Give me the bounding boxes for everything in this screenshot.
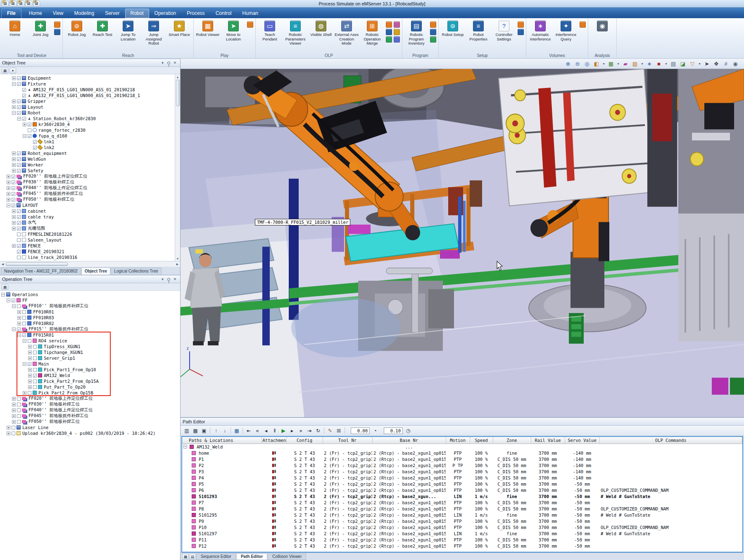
location-row[interactable]: homeS 2 T 432 (Fr) - tcp2_grip12 (Rtcp) … xyxy=(182,450,742,456)
tree-checkbox[interactable] xyxy=(17,233,21,236)
tab-human[interactable]: Human xyxy=(237,9,264,18)
tree-checkbox[interactable] xyxy=(17,397,21,401)
tab-file[interactable]: File xyxy=(1,8,21,18)
motion-cell[interactable]: PTP xyxy=(446,505,470,512)
tree-checkbox[interactable]: ✓ xyxy=(17,111,21,115)
tree-item[interactable]: +Pick_Part2_From_Op15B xyxy=(0,390,180,396)
expand-toggle[interactable]: + xyxy=(28,345,32,349)
tree-checkbox[interactable]: ✓ xyxy=(17,244,21,248)
tree-item[interactable]: −✓FF015'' 前地板抓件补焊工位 xyxy=(0,326,180,332)
tree-item[interactable]: +✓FF030'' 前地板补焊工位 xyxy=(0,179,175,185)
collision-cube-icon[interactable]: ■ xyxy=(654,59,663,68)
expand-toggle[interactable]: + xyxy=(7,175,10,178)
expand-toggle[interactable]: + xyxy=(12,397,16,401)
config-cell[interactable] xyxy=(286,444,323,450)
expand-toggle[interactable]: + xyxy=(12,215,16,219)
attachment-cell[interactable] xyxy=(261,505,286,512)
tree-checkbox[interactable]: ✓ xyxy=(12,192,15,196)
base-cell[interactable]: 2 (Rtcp) - base2_xgun1_op015 xyxy=(372,475,446,481)
base-cell[interactable]: 2 (Rtcp) - base2_xgun1_op015 xyxy=(372,450,446,456)
attachment-cell[interactable] xyxy=(261,536,286,543)
expand-toggle[interactable]: + xyxy=(7,192,10,196)
tree-checkbox[interactable] xyxy=(33,368,37,372)
tree-item[interactable]: +Tipchange_XGUN1 xyxy=(0,349,180,355)
ribbon-button-home[interactable]: ⌂Home xyxy=(2,19,28,52)
zone-cell[interactable]: C_DIS 50 mm xyxy=(493,524,531,530)
editor-grid-icon[interactable]: ▤ xyxy=(189,554,196,560)
tree-item[interactable]: FFMESLINE20181226 xyxy=(0,231,175,237)
location-name-cell[interactable]: P1 xyxy=(182,456,261,462)
tab-object-tree[interactable]: Object Tree xyxy=(81,268,110,275)
dropdown-icon[interactable]: ▾ xyxy=(697,59,702,68)
move-up-icon[interactable]: ↑ xyxy=(212,427,220,434)
tree-item[interactable]: +✓FENCE xyxy=(0,243,175,249)
ribbon-small-icon[interactable] xyxy=(430,29,436,35)
speed-cell[interactable]: 100 % xyxy=(470,536,493,543)
tree-item[interactable]: −✓FF015R01 xyxy=(0,332,180,338)
tree-checkbox[interactable]: ✓ xyxy=(12,204,15,207)
expand-toggle[interactable]: + xyxy=(17,310,21,314)
expand-toggle[interactable]: + xyxy=(12,157,16,161)
loop-playback-icon[interactable]: ↻ xyxy=(314,427,322,434)
location-row[interactable]: 5101295S 2 T 432 (Fr) - tcp2_grip12 (Rtc… xyxy=(182,512,742,518)
collapse-toggle[interactable]: − xyxy=(183,445,187,448)
tree-item[interactable]: +✓Gripper xyxy=(0,98,175,104)
tree-checkbox[interactable] xyxy=(33,385,37,389)
motion-cell[interactable] xyxy=(446,444,470,450)
column-header-rail-value[interactable]: Rail Value xyxy=(531,437,565,444)
ribbon-small-icon[interactable] xyxy=(580,21,586,28)
ribbon-button-jump-assigned-robot[interactable]: ⇒Jump Assigned Robot xyxy=(141,19,166,52)
expand-toggle[interactable]: + xyxy=(12,152,16,155)
attachment-cell[interactable] xyxy=(261,518,286,524)
tree-item[interactable]: ✓lnk1 xyxy=(0,139,175,145)
expand-toggle[interactable]: + xyxy=(12,163,16,167)
tree-checkbox[interactable]: ✓ xyxy=(12,299,15,302)
display-filter-icon[interactable]: ▽ xyxy=(688,59,697,68)
tab-path-editor[interactable]: Path Editor xyxy=(236,553,267,560)
servo-cell[interactable]: -50 mm xyxy=(565,505,599,512)
close-icon[interactable]: ✕ xyxy=(172,276,178,282)
tab-process[interactable]: Process xyxy=(181,9,210,18)
snap-points-icon[interactable]: ∗ xyxy=(645,59,654,68)
tree-item[interactable]: +FF040'' 前地板上件定位焊工位 xyxy=(0,407,180,413)
tree-item[interactable]: +Laser Line xyxy=(0,425,180,430)
olp-cell[interactable]: # Weld # GunToState xyxy=(599,530,742,536)
tree-checkbox[interactable]: ✓ xyxy=(22,94,26,97)
base-cell[interactable]: 2 (Rtcp) - base2_xgun1_op015 xyxy=(372,456,446,462)
expand-toggle[interactable]: + xyxy=(12,105,16,109)
config-cell[interactable]: S 2 T 43 xyxy=(286,493,323,499)
tree-checkbox[interactable]: ✓ xyxy=(22,117,26,121)
attachment-cell[interactable] xyxy=(261,444,286,450)
expand-toggle[interactable]: + xyxy=(17,316,21,320)
zone-cell[interactable]: C_DIS 50 mm xyxy=(493,499,531,505)
tree-checkbox[interactable] xyxy=(33,345,37,349)
tab-navigation-tree-am132-ff-20180802[interactable]: Navigation Tree - AM132_FF_20180802 xyxy=(1,268,81,275)
olp-cell[interactable] xyxy=(599,518,742,524)
tree-item[interactable]: +FF045'' 前地板抓件补焊工位 xyxy=(0,413,180,419)
rail-cell[interactable]: 3700 mm xyxy=(531,462,565,468)
base-cell[interactable]: 2 (Rtcp) - base2_xgun1_op015 xyxy=(372,487,446,493)
quick-access-button[interactable]: 6 xyxy=(25,1,32,7)
ribbon-button-interference-query[interactable]: ✦Interference Query xyxy=(553,19,579,52)
tree-checkbox[interactable] xyxy=(22,316,26,320)
motion-cell[interactable]: PTP xyxy=(446,450,470,456)
tree-checkbox[interactable] xyxy=(17,403,21,406)
tree-checkbox[interactable] xyxy=(28,128,31,132)
location-name-cell[interactable]: P8 xyxy=(182,505,261,512)
tree-checkbox[interactable] xyxy=(17,304,21,308)
tree-item[interactable]: +FF030'' 前地板补焊工位 xyxy=(0,401,180,407)
collapse-toggle[interactable]: − xyxy=(12,111,16,115)
tree-item[interactable]: +✓WeldGun xyxy=(0,156,175,162)
tab-robot[interactable]: Robot xyxy=(125,9,149,18)
location-name-cell[interactable]: P5 xyxy=(182,481,261,487)
attachment-cell[interactable] xyxy=(261,524,286,530)
expand-toggle[interactable]: + xyxy=(12,414,16,418)
tree-checkbox[interactable]: ✓ xyxy=(17,157,21,161)
customize-columns-icon[interactable]: ▥ xyxy=(183,427,191,434)
rail-cell[interactable]: 3700 mm xyxy=(531,481,565,487)
tree-item[interactable]: +✓FF050'' 前地板补焊工位 xyxy=(0,197,175,202)
config-cell[interactable]: S 2 T 43 xyxy=(286,543,323,549)
zone-cell[interactable]: fine xyxy=(493,512,531,518)
column-header-base-nr[interactable]: Base Nr xyxy=(372,437,446,444)
scroll-right-icon[interactable]: ▶ xyxy=(175,263,180,266)
